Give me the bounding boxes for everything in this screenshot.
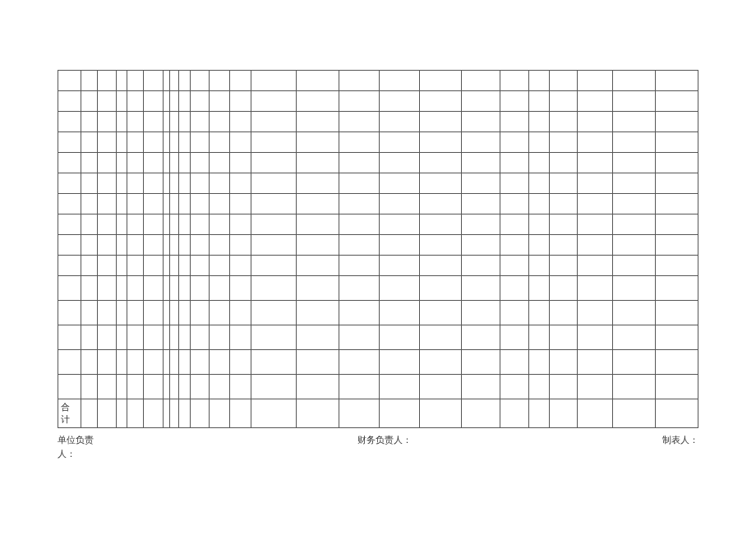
table-cell — [419, 153, 461, 173]
table-cell — [500, 325, 528, 350]
table-cell — [339, 256, 379, 276]
table-cell — [251, 173, 296, 194]
table-cell — [127, 132, 143, 153]
table-cell — [191, 132, 209, 153]
table-cell — [419, 214, 461, 235]
table-cell — [97, 132, 116, 153]
table-cell — [191, 112, 209, 132]
table-cell — [461, 350, 500, 375]
table-cell — [500, 173, 528, 194]
table-cell — [550, 214, 578, 235]
table-cell — [163, 235, 169, 256]
unit-head-sign: 单位负责人： — [58, 433, 107, 460]
table-cell — [97, 301, 116, 325]
table-cell — [169, 350, 178, 375]
table-cell — [550, 91, 578, 112]
table-cell — [419, 112, 461, 132]
table-cell — [612, 325, 655, 350]
table-row — [58, 325, 698, 350]
table-cell — [655, 235, 698, 256]
table-cell — [296, 235, 339, 256]
table-cell — [81, 173, 97, 194]
table-cell — [251, 375, 296, 399]
table-cell — [419, 132, 461, 153]
preparer-sign: 制表人： — [662, 433, 698, 460]
table-cell — [296, 214, 339, 235]
table-cell — [144, 112, 163, 132]
table-cell — [251, 256, 296, 276]
table-cell — [117, 301, 127, 325]
table-cell — [339, 301, 379, 325]
table-cell — [339, 276, 379, 301]
table-cell — [339, 214, 379, 235]
table-cell — [127, 301, 143, 325]
table-cell — [97, 214, 116, 235]
table-cell — [81, 301, 97, 325]
table-cell — [251, 350, 296, 375]
table-cell — [144, 375, 163, 399]
table-cell — [296, 112, 339, 132]
table-cell — [612, 91, 655, 112]
table-cell — [296, 194, 339, 214]
table-cell — [379, 350, 419, 375]
table-cell — [191, 350, 209, 375]
table-cell — [655, 375, 698, 399]
table-cell — [550, 350, 578, 375]
table-cell — [500, 350, 528, 375]
table-cell — [178, 112, 190, 132]
table-cell — [117, 132, 127, 153]
table-cell — [209, 256, 230, 276]
table-cell — [461, 256, 500, 276]
table-cell — [58, 214, 81, 235]
table-cell — [169, 375, 178, 399]
table-row — [58, 375, 698, 399]
table-cell — [169, 325, 178, 350]
table-cell — [117, 256, 127, 276]
table-cell — [339, 235, 379, 256]
table-cell — [169, 91, 178, 112]
table-cell — [419, 91, 461, 112]
table-cell — [577, 399, 612, 428]
table-cell — [612, 375, 655, 399]
table-cell — [163, 71, 169, 91]
table-cell — [169, 276, 178, 301]
table-cell — [117, 276, 127, 301]
table-cell — [577, 350, 612, 375]
table-cell — [251, 235, 296, 256]
table-cell — [379, 235, 419, 256]
table-cell — [191, 256, 209, 276]
table-cell — [655, 71, 698, 91]
table-cell — [296, 301, 339, 325]
table-cell — [230, 132, 251, 153]
table-cell — [461, 214, 500, 235]
table-row — [58, 276, 698, 301]
table-cell — [419, 276, 461, 301]
table-cell — [163, 173, 169, 194]
table-cell — [655, 399, 698, 428]
table-cell — [296, 91, 339, 112]
table-cell — [379, 325, 419, 350]
table-cell — [461, 194, 500, 214]
table-cell — [655, 214, 698, 235]
table-cell — [500, 235, 528, 256]
table-cell — [419, 325, 461, 350]
table-cell — [461, 112, 500, 132]
table-cell — [419, 399, 461, 428]
table-cell — [500, 276, 528, 301]
table-cell — [612, 399, 655, 428]
table-cell — [163, 153, 169, 173]
table-cell — [58, 194, 81, 214]
table-cell — [127, 276, 143, 301]
table-cell — [178, 325, 190, 350]
table-cell — [191, 276, 209, 301]
table-cell — [230, 112, 251, 132]
table-cell — [577, 153, 612, 173]
table-cell — [191, 235, 209, 256]
table-cell — [251, 325, 296, 350]
table-cell — [178, 71, 190, 91]
table-cell — [209, 375, 230, 399]
table-cell — [577, 276, 612, 301]
table-cell — [127, 235, 143, 256]
table-cell — [339, 112, 379, 132]
table-cell — [127, 71, 143, 91]
